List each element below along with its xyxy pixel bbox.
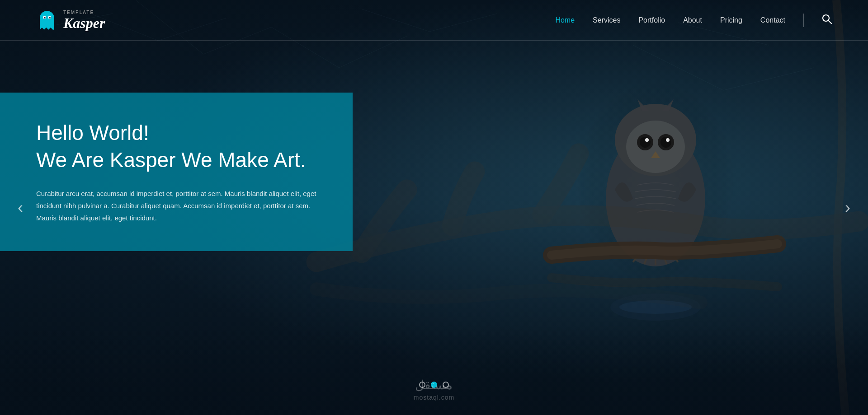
slider-next-button[interactable]: › [836,196,859,219]
search-button[interactable] [822,14,832,27]
hero-content-box: Hello World! We Are Kasper We Make Art. … [0,93,353,251]
nav-link-home[interactable]: Home [555,16,575,24]
nav-links: Home Services Portfolio About Pricing Co… [555,16,785,24]
hero-description: Curabitur arcu erat, accumsan id imperdi… [36,187,321,224]
bottom-fade-overlay [0,325,868,415]
logo-template-label: TEMPLATE [63,10,105,15]
navbar: TEMPLATE Kasper Home Services Portfolio … [0,0,868,41]
svg-point-30 [49,17,51,18]
search-icon [822,14,832,24]
logo-brand-name: Kasper [63,16,105,30]
slider-prev-button[interactable]: ‹ [9,196,32,219]
svg-line-32 [828,20,831,23]
svg-point-29 [44,17,46,18]
watermark-url: mostaql.com [414,394,454,401]
nav-link-about[interactable]: About [683,16,702,24]
watermark: مستقل mostaql.com [414,378,454,401]
nav-link-contact[interactable]: Contact [760,16,785,24]
nav-item-services[interactable]: Services [593,16,620,24]
hero-heading-line1: Hello World! [36,120,321,147]
chevron-right-icon: › [845,198,850,217]
svg-line-3 [339,36,407,68]
nav-link-portfolio[interactable]: Portfolio [638,16,665,24]
ghost-logo-icon [36,9,58,31]
svg-line-10 [723,68,814,90]
hero-heading: Hello World! We Are Kasper We Make Art. [36,120,321,174]
nav-item-about[interactable]: About [683,16,702,24]
nav-item-contact[interactable]: Contact [760,16,785,24]
nav-item-portfolio[interactable]: Portfolio [638,16,665,24]
svg-line-9 [633,45,723,90]
nav-item-home[interactable]: Home [555,16,575,24]
watermark-arabic: مستقل [414,378,454,392]
nav-right: Home Services Portfolio About Pricing Co… [555,14,832,27]
nav-item-pricing[interactable]: Pricing [720,16,742,24]
logo-text: TEMPLATE Kasper [63,10,105,30]
hero-heading-line2: We Are Kasper We Make Art. [36,147,321,174]
nav-link-services[interactable]: Services [593,16,620,24]
nav-divider [803,14,804,27]
logo[interactable]: TEMPLATE Kasper [36,9,105,31]
chevron-left-icon: ‹ [18,198,23,217]
nav-link-pricing[interactable]: Pricing [720,16,742,24]
